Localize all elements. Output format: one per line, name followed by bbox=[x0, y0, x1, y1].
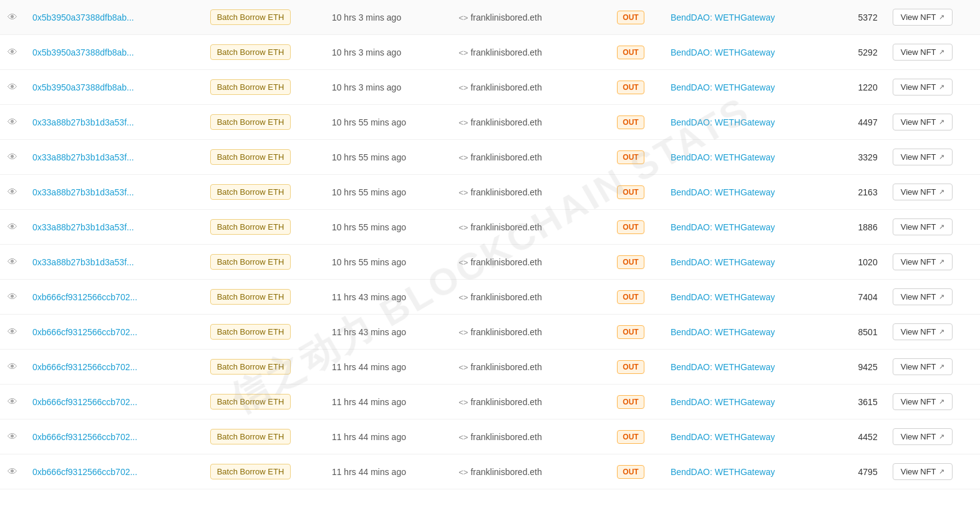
to-link[interactable]: BendDAO: WETHGateway bbox=[671, 467, 775, 477]
eye-icon[interactable]: 👁 bbox=[7, 361, 17, 372]
eye-icon[interactable]: 👁 bbox=[7, 82, 17, 92]
from-link[interactable]: franklinisbored.eth bbox=[470, 152, 541, 162]
eye-icon-cell[interactable]: 👁 bbox=[0, 419, 25, 454]
to-cell: BendDAO: WETHGateway bbox=[663, 175, 822, 210]
view-nft-button[interactable]: View NFT ↗ bbox=[893, 323, 953, 340]
to-link[interactable]: BendDAO: WETHGateway bbox=[671, 327, 775, 337]
from-link[interactable]: franklinisbored.eth bbox=[470, 82, 541, 92]
from-link[interactable]: franklinisbored.eth bbox=[470, 187, 541, 197]
view-nft-cell: View NFT ↗ bbox=[885, 245, 980, 280]
view-nft-button[interactable]: View NFT ↗ bbox=[893, 149, 953, 165]
from-link[interactable]: franklinisbored.eth bbox=[470, 327, 541, 337]
direction-cell: OUT bbox=[609, 245, 663, 280]
view-nft-button[interactable]: View NFT ↗ bbox=[893, 218, 953, 235]
from-link[interactable]: franklinisbored.eth bbox=[470, 397, 541, 407]
tx-hash-link[interactable]: 0xb666cf9312566ccb702... bbox=[32, 432, 157, 442]
to-link[interactable]: BendDAO: WETHGateway bbox=[671, 362, 775, 372]
eye-icon[interactable]: 👁 bbox=[7, 396, 17, 407]
tx-hash-link[interactable]: 0x33a88b27b3b1d3a53f... bbox=[32, 117, 157, 127]
tx-hash-cell: 0xb666cf9312566ccb702... bbox=[25, 350, 203, 385]
to-link[interactable]: BendDAO: WETHGateway bbox=[671, 292, 775, 302]
from-link[interactable]: franklinisbored.eth bbox=[470, 47, 541, 57]
eye-icon[interactable]: 👁 bbox=[7, 117, 17, 127]
tx-hash-link[interactable]: 0x5b3950a37388dfb8ab... bbox=[32, 12, 157, 22]
view-nft-button[interactable]: View NFT ↗ bbox=[893, 288, 953, 305]
eye-icon-cell[interactable]: 👁 bbox=[0, 315, 25, 350]
from-link[interactable]: franklinisbored.eth bbox=[470, 467, 541, 477]
tx-hash-link[interactable]: 0x33a88b27b3b1d3a53f... bbox=[32, 187, 157, 197]
eye-icon[interactable]: 👁 bbox=[7, 47, 17, 57]
to-cell: BendDAO: WETHGateway bbox=[663, 419, 822, 454]
eye-icon-cell[interactable]: 👁 bbox=[0, 0, 25, 35]
to-link[interactable]: BendDAO: WETHGateway bbox=[671, 152, 775, 162]
eye-icon[interactable]: 👁 bbox=[7, 431, 17, 442]
eye-icon-cell[interactable]: 👁 bbox=[0, 245, 25, 280]
eye-icon[interactable]: 👁 bbox=[7, 466, 17, 477]
eye-icon[interactable]: 👁 bbox=[7, 152, 17, 162]
eye-icon-cell[interactable]: 👁 bbox=[0, 175, 25, 210]
eye-icon-cell[interactable]: 👁 bbox=[0, 280, 25, 315]
eye-icon-cell[interactable]: 👁 bbox=[0, 350, 25, 385]
eye-icon[interactable]: 👁 bbox=[7, 257, 17, 267]
eye-icon[interactable]: 👁 bbox=[7, 292, 17, 302]
tx-hash-link[interactable]: 0xb666cf9312566ccb702... bbox=[32, 327, 157, 337]
to-link[interactable]: BendDAO: WETHGateway bbox=[671, 397, 775, 407]
from-cell: <>franklinisbored.eth bbox=[451, 350, 609, 385]
to-link[interactable]: BendDAO: WETHGateway bbox=[671, 187, 775, 197]
eye-icon-cell[interactable]: 👁 bbox=[0, 105, 25, 140]
method-cell: Batch Borrow ETH bbox=[203, 70, 324, 105]
arrow-icon: ↗ bbox=[939, 258, 944, 266]
eye-icon[interactable]: 👁 bbox=[7, 326, 17, 337]
eye-icon-cell[interactable]: 👁 bbox=[0, 70, 25, 105]
token-id-cell: 1020 bbox=[822, 245, 885, 280]
to-link[interactable]: BendDAO: WETHGateway bbox=[671, 222, 775, 232]
view-nft-button[interactable]: View NFT ↗ bbox=[893, 9, 953, 26]
view-nft-button[interactable]: View NFT ↗ bbox=[893, 428, 953, 445]
tx-hash-link[interactable]: 0xb666cf9312566ccb702... bbox=[32, 362, 157, 372]
view-nft-button[interactable]: View NFT ↗ bbox=[893, 184, 953, 200]
to-link[interactable]: BendDAO: WETHGateway bbox=[671, 432, 775, 442]
tx-hash-link[interactable]: 0x5b3950a37388dfb8ab... bbox=[32, 82, 157, 92]
view-nft-button[interactable]: View NFT ↗ bbox=[893, 393, 953, 410]
tx-hash-link[interactable]: 0xb666cf9312566ccb702... bbox=[32, 292, 157, 302]
eye-icon[interactable]: 👁 bbox=[7, 222, 17, 232]
eye-icon[interactable]: 👁 bbox=[7, 187, 17, 197]
direction-cell: OUT bbox=[609, 419, 663, 454]
tx-hash-link[interactable]: 0xb666cf9312566ccb702... bbox=[32, 467, 157, 477]
from-link[interactable]: franklinisbored.eth bbox=[470, 117, 541, 127]
view-nft-button[interactable]: View NFT ↗ bbox=[893, 79, 953, 96]
tx-hash-link[interactable]: 0x33a88b27b3b1d3a53f... bbox=[32, 222, 157, 232]
tx-hash-link[interactable]: 0x33a88b27b3b1d3a53f... bbox=[32, 257, 157, 267]
from-link[interactable]: franklinisbored.eth bbox=[470, 432, 541, 442]
direction-cell: OUT bbox=[609, 175, 663, 210]
code-icon: <> bbox=[458, 83, 468, 92]
eye-icon-cell[interactable]: 👁 bbox=[0, 140, 25, 175]
from-link[interactable]: franklinisbored.eth bbox=[470, 12, 541, 22]
to-link[interactable]: BendDAO: WETHGateway bbox=[671, 82, 775, 92]
view-nft-button[interactable]: View NFT ↗ bbox=[893, 114, 953, 130]
eye-icon[interactable]: 👁 bbox=[7, 12, 17, 22]
from-link[interactable]: franklinisbored.eth bbox=[470, 362, 541, 372]
eye-icon-cell[interactable]: 👁 bbox=[0, 35, 25, 70]
to-link[interactable]: BendDAO: WETHGateway bbox=[671, 117, 775, 127]
tx-hash-link[interactable]: 0xb666cf9312566ccb702... bbox=[32, 397, 157, 407]
eye-icon-cell[interactable]: 👁 bbox=[0, 385, 25, 419]
eye-icon-cell[interactable]: 👁 bbox=[0, 210, 25, 245]
tx-hash-link[interactable]: 0x5b3950a37388dfb8ab... bbox=[32, 47, 157, 57]
tx-hash-link[interactable]: 0x33a88b27b3b1d3a53f... bbox=[32, 152, 157, 162]
view-nft-button[interactable]: View NFT ↗ bbox=[893, 358, 953, 375]
to-link[interactable]: BendDAO: WETHGateway bbox=[671, 257, 775, 267]
code-icon: <> bbox=[458, 293, 468, 302]
eye-icon-cell[interactable]: 👁 bbox=[0, 454, 25, 489]
view-nft-button[interactable]: View NFT ↗ bbox=[893, 253, 953, 270]
to-link[interactable]: BendDAO: WETHGateway bbox=[671, 12, 775, 22]
view-nft-button[interactable]: View NFT ↗ bbox=[893, 463, 953, 480]
view-nft-button[interactable]: View NFT ↗ bbox=[893, 44, 953, 61]
to-link[interactable]: BendDAO: WETHGateway bbox=[671, 47, 775, 57]
table-row: 👁 0xb666cf9312566ccb702... Batch Borrow … bbox=[0, 454, 980, 489]
direction-badge: OUT bbox=[617, 11, 644, 24]
from-link[interactable]: franklinisbored.eth bbox=[470, 257, 541, 267]
from-link[interactable]: franklinisbored.eth bbox=[470, 292, 541, 302]
from-link[interactable]: franklinisbored.eth bbox=[470, 222, 541, 232]
method-badge: Batch Borrow ETH bbox=[210, 219, 291, 235]
